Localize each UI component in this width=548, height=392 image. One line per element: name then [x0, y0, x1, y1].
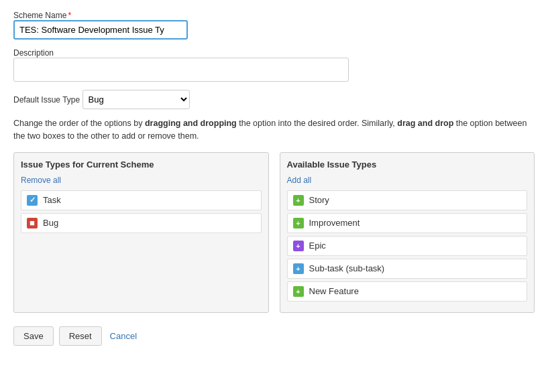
subtask-label: Sub-task (sub-task): [309, 263, 385, 273]
description-input[interactable]: [13, 58, 349, 82]
list-item[interactable]: + Improvement: [287, 213, 528, 233]
list-item[interactable]: + Epic: [287, 236, 528, 256]
list-item[interactable]: ✓ Task: [21, 190, 262, 210]
required-star: *: [68, 11, 71, 20]
description-label: Description: [13, 48, 54, 58]
scheme-name-input[interactable]: [13, 20, 188, 40]
cancel-button[interactable]: Cancel: [107, 327, 140, 345]
panels-container: Issue Types for Current Scheme Remove al…: [13, 152, 535, 313]
scheme-name-label: Scheme Name*: [13, 11, 71, 20]
default-issue-type-select[interactable]: Bug Task Story Improvement Epic Sub-task…: [83, 90, 190, 109]
remove-all-link[interactable]: Remove all: [21, 176, 61, 185]
story-icon: +: [293, 195, 304, 206]
list-item[interactable]: ■ Bug: [21, 213, 262, 233]
current-scheme-panel-title: Issue Types for Current Scheme: [21, 159, 262, 170]
improvement-label: Improvement: [309, 218, 360, 228]
footer-buttons: Save Reset Cancel: [13, 326, 535, 346]
task-icon: ✓: [27, 195, 38, 206]
list-item[interactable]: + Sub-task (sub-task): [287, 259, 528, 279]
add-all-link[interactable]: Add all: [287, 176, 312, 185]
current-scheme-panel: Issue Types for Current Scheme Remove al…: [13, 152, 269, 313]
subtask-icon: +: [293, 263, 304, 274]
newfeature-icon: +: [293, 286, 304, 297]
default-issue-type-label: Default Issue Type: [13, 95, 83, 105]
improvement-icon: +: [293, 218, 304, 228]
epic-label: Epic: [309, 241, 326, 251]
save-button[interactable]: Save: [13, 326, 54, 346]
story-label: Story: [309, 195, 329, 205]
reset-button[interactable]: Reset: [59, 326, 102, 346]
bug-label: Bug: [43, 218, 58, 228]
available-panel: Available Issue Types Add all + Story + …: [280, 152, 535, 313]
task-label: Task: [43, 195, 61, 205]
bug-icon: ■: [27, 218, 38, 228]
instruction-text: Change the order of the options by dragg…: [13, 117, 535, 143]
list-item[interactable]: + New Feature: [287, 281, 528, 302]
list-item[interactable]: + Story: [287, 190, 528, 210]
newfeature-label: New Feature: [309, 286, 359, 296]
available-panel-title: Available Issue Types: [287, 159, 528, 170]
epic-icon: +: [293, 241, 304, 251]
